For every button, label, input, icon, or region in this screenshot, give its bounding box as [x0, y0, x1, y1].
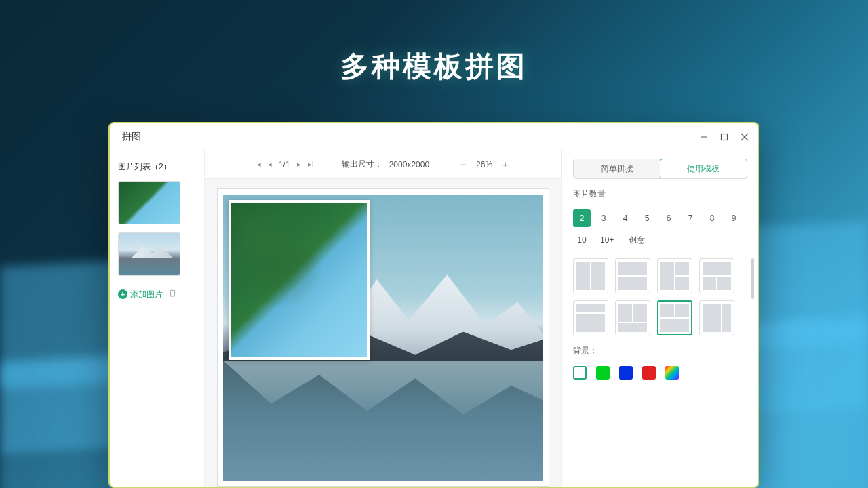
- template-option[interactable]: [699, 258, 734, 293]
- count-4[interactable]: 4: [616, 209, 634, 227]
- canvas-toolbar: I◂ ◂ 1/1 ▸ ▸I 输出尺寸： 2000x2000 − 26% +: [205, 150, 561, 179]
- count-9[interactable]: 9: [725, 209, 743, 227]
- thumbnail-2[interactable]: [118, 232, 180, 276]
- next-page-button[interactable]: ▸: [297, 160, 301, 169]
- titlebar: 拼图: [110, 123, 758, 150]
- bg-color-blue[interactable]: [619, 366, 633, 380]
- template-option[interactable]: [699, 300, 734, 336]
- right-panel: 简单拼接 使用模板 图片数量 2 3 4 5 6 7 8 9 10 10+ 创意: [561, 150, 758, 487]
- hero-title: 多种模板拼图: [340, 47, 528, 85]
- prev-page-button[interactable]: ◂: [268, 160, 272, 169]
- mode-tabs: 简单拼接 使用模板: [573, 159, 747, 179]
- tab-template[interactable]: 使用模板: [660, 159, 748, 179]
- zoom-in-button[interactable]: +: [499, 159, 511, 170]
- tab-simple[interactable]: 简单拼接: [574, 159, 660, 178]
- count-creative[interactable]: 创意: [623, 231, 650, 249]
- background-label: 背景：: [573, 345, 747, 357]
- bg-color-red[interactable]: [642, 366, 656, 380]
- count-2[interactable]: 2: [573, 209, 591, 227]
- zoom-out-button[interactable]: −: [457, 159, 469, 170]
- image-count-grid: 2 3 4 5 6 7 8 9 10 10+ 创意: [573, 209, 747, 249]
- background-colors: [573, 366, 747, 380]
- image-count-label: 图片数量: [573, 188, 747, 200]
- template-option[interactable]: [657, 258, 692, 293]
- maximize-button[interactable]: [720, 133, 728, 141]
- count-8[interactable]: 8: [703, 209, 721, 227]
- template-option[interactable]: [615, 300, 650, 336]
- svg-rect-1: [722, 134, 728, 140]
- page-nav: I◂ ◂ 1/1 ▸ ▸I: [255, 160, 314, 169]
- window-controls: [700, 133, 749, 141]
- thumbnail-1[interactable]: [118, 181, 180, 224]
- window-title: 拼图: [122, 131, 141, 143]
- canvas-wrap: [205, 179, 561, 487]
- count-10[interactable]: 10: [573, 231, 591, 249]
- image-list-label: 图片列表（2）: [118, 161, 196, 173]
- collage-background-photo: [223, 195, 543, 481]
- divider: [328, 159, 328, 170]
- collage-canvas[interactable]: [217, 188, 549, 487]
- delete-button[interactable]: [168, 288, 177, 300]
- template-option[interactable]: [615, 258, 650, 293]
- bg-color-picker[interactable]: [665, 366, 679, 380]
- count-5[interactable]: 5: [638, 209, 656, 227]
- zoom-controls: − 26% +: [457, 159, 511, 170]
- count-7[interactable]: 7: [682, 209, 699, 227]
- template-option[interactable]: [573, 300, 608, 336]
- bg-color-white[interactable]: [573, 366, 587, 380]
- add-row: + 添加图片: [118, 288, 196, 300]
- count-3[interactable]: 3: [595, 209, 612, 227]
- count-10plus[interactable]: 10+: [595, 231, 619, 249]
- app-body: 图片列表（2） + 添加图片 I◂ ◂ 1/1 ▸: [110, 150, 758, 487]
- page-indicator: 1/1: [279, 160, 290, 169]
- sidebar: 图片列表（2） + 添加图片: [110, 150, 205, 487]
- template-option[interactable]: [573, 258, 608, 293]
- zoom-value: 26%: [476, 160, 492, 169]
- first-page-button[interactable]: I◂: [255, 160, 261, 169]
- output-size-value: 2000x2000: [389, 160, 429, 169]
- close-button[interactable]: [741, 133, 749, 141]
- count-6[interactable]: 6: [660, 209, 677, 227]
- template-option-selected[interactable]: [657, 300, 692, 336]
- scrollbar[interactable]: [751, 258, 754, 299]
- collage-inset-photo[interactable]: [229, 200, 370, 360]
- water-reflection: [223, 361, 543, 481]
- divider: [443, 159, 443, 170]
- canvas-area: I◂ ◂ 1/1 ▸ ▸I 输出尺寸： 2000x2000 − 26% +: [205, 150, 561, 487]
- plus-icon: +: [118, 289, 127, 299]
- add-image-button[interactable]: + 添加图片: [118, 289, 163, 300]
- output-size: 输出尺寸： 2000x2000: [342, 159, 429, 170]
- template-grid: [573, 258, 747, 336]
- last-page-button[interactable]: ▸I: [308, 160, 314, 169]
- bg-color-green[interactable]: [596, 366, 610, 380]
- app-window: 拼图 图片列表（2） + 添加图片: [108, 122, 760, 488]
- output-size-label: 输出尺寸：: [342, 159, 382, 170]
- add-image-label: 添加图片: [130, 289, 163, 300]
- minimize-button[interactable]: [700, 133, 708, 141]
